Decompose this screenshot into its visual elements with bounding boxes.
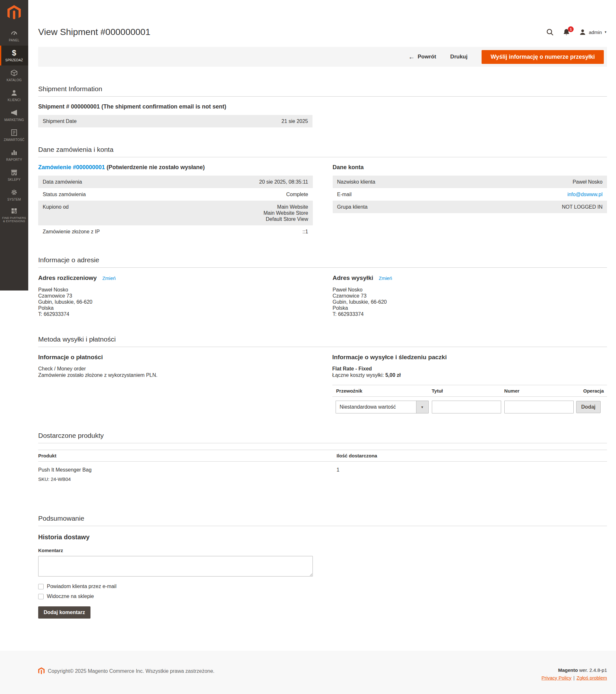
- sidebar-item-label: FIND PARTNERS & EXTENSIONS: [2, 216, 26, 223]
- qty-shipped: 1: [337, 467, 607, 482]
- search-button[interactable]: [546, 28, 554, 36]
- visible-on-storefront-row: Widoczne na sklepie: [38, 593, 607, 599]
- add-tracking-button[interactable]: Dodaj: [576, 401, 601, 413]
- report-issue-link[interactable]: Zgłoś problem: [577, 675, 607, 680]
- order-account-section: Dane zamówienia i konta Zamówienie #0000…: [38, 145, 607, 238]
- notification-badge: 1: [568, 26, 574, 32]
- product-cell: Push It Messenger Bag SKU: 24-WB04: [38, 467, 337, 482]
- row-label: Data zamówienia: [38, 176, 185, 188]
- sidebar-item-zawartosc[interactable]: ZAWARTOŚĆ: [0, 125, 28, 145]
- dashboard-icon: [10, 29, 18, 37]
- order-confirmation-note: (Potwierdzenie nie zostało wysłane): [107, 164, 205, 170]
- address-section: Informacje o adresie Adres rozliczeniowy…: [38, 256, 607, 317]
- version-line: Magento wer. 2.4.8-p1: [542, 668, 607, 673]
- edit-billing-address-link[interactable]: Zmień: [102, 275, 116, 281]
- footer: Copyright© 2025 Magento Commerce Inc. Ws…: [0, 651, 616, 694]
- row-value: ::1: [185, 225, 313, 238]
- notifications-button[interactable]: 1: [562, 28, 571, 36]
- notify-customer-row: Powiadom klienta przez e-mail: [38, 584, 607, 589]
- table-row: Nazwisko klienta Paweł Nosko: [333, 176, 607, 188]
- customer-email-link[interactable]: info@dswww.pl: [567, 191, 602, 197]
- row-value: Main Website Main Website Store Default …: [185, 201, 313, 225]
- order-info-table: Data zamówienia 20 sie 2025, 08:35:11 St…: [38, 176, 313, 238]
- version-text: wer. 2.4.8-p1: [579, 668, 607, 673]
- shipment-history-title: Historia dostawy: [38, 533, 607, 541]
- page-actions-toolbar: ← Powrót Drukuj Wyślij informację o nume…: [38, 47, 607, 67]
- back-arrow-icon: ←: [408, 54, 415, 60]
- row-label: Zamówienie złożone z IP: [38, 225, 185, 238]
- tracking-table: Przewoźnik Tytuł Numer Operacja Niestand…: [332, 385, 607, 414]
- sidebar-item-raporty[interactable]: RAPORTY: [0, 145, 28, 165]
- tracking-table-header: Przewoźnik Tytuł Numer Operacja: [332, 385, 607, 397]
- product-sku: SKU: 24-WB04: [38, 476, 337, 482]
- carrier-select[interactable]: Niestandardowa wartość ▼: [336, 401, 429, 414]
- table-row: Kupiono od Main Website Main Website Sto…: [38, 201, 313, 225]
- sidebar-item-panel[interactable]: PANEL: [0, 26, 28, 45]
- tracking-number-input[interactable]: [504, 401, 574, 414]
- billing-address-title: Adres rozliczeniowy: [38, 274, 97, 281]
- account-info-column: Dane konta Nazwisko klienta Paweł Nosko …: [333, 164, 607, 238]
- table-row: Status zamówienia Complete: [38, 188, 313, 201]
- send-tracking-info-button[interactable]: Wyślij informację o numerze przesyłki: [482, 50, 604, 64]
- row-label: Shipment Date: [38, 115, 188, 127]
- comment-textarea[interactable]: [38, 556, 313, 577]
- sidebar-item-marketing[interactable]: MARKETING: [0, 105, 28, 125]
- payment-info-title: Informacje o płatności: [38, 353, 313, 361]
- visible-on-storefront-checkbox[interactable]: [38, 594, 44, 599]
- links-separator: |: [573, 675, 575, 680]
- row-value: NOT LOGGED IN: [466, 201, 607, 213]
- tracking-input-row: Niestandardowa wartość ▼ Dodaj: [332, 401, 607, 414]
- shipment-information-section: Shipment Information Shipment # 00000000…: [38, 85, 607, 127]
- add-comment-button[interactable]: Dodaj komentarz: [38, 606, 91, 619]
- sidebar-item-find-partners[interactable]: FIND PARTNERS & EXTENSIONS: [0, 205, 28, 225]
- sidebar-item-label: MARKETING: [4, 118, 24, 122]
- payment-info-block: Informacje o płatności Check / Money ord…: [38, 353, 313, 414]
- sidebar-item-label: KATALOG: [6, 78, 21, 82]
- user-icon: [579, 28, 586, 36]
- shipped-items-section: Dostarczone produkty Produkt Ilość dosta…: [38, 432, 607, 482]
- section-title: Dane zamówienia i konta: [38, 145, 607, 157]
- content-icon: [10, 129, 18, 136]
- row-label: Grupa klienta: [333, 201, 466, 213]
- shipping-address-text: Paweł Nosko Czarnowice 73 Gubin, lubuski…: [333, 287, 607, 317]
- brand-name: Magento: [558, 668, 578, 673]
- section-title: Dostarczone produkty: [38, 432, 607, 443]
- product-name: Push It Messenger Bag: [38, 467, 337, 473]
- edit-shipping-address-link[interactable]: Zmień: [379, 275, 392, 281]
- tracking-title-input[interactable]: [432, 401, 501, 414]
- notify-customer-checkbox[interactable]: [38, 584, 44, 589]
- back-button-label: Powrót: [418, 54, 436, 60]
- table-row: Grupa klienta NOT LOGGED IN: [333, 201, 607, 213]
- row-label: Nazwisko klienta: [333, 176, 466, 188]
- sidebar-item-label: RAPORTY: [6, 158, 22, 162]
- row-value: Paweł Nosko: [466, 176, 607, 188]
- back-button[interactable]: ← Powrót: [408, 54, 436, 60]
- privacy-policy-link[interactable]: Privacy Policy: [542, 675, 572, 680]
- shipping-address-title: Adres wysyłki: [333, 274, 373, 281]
- payment-currency-note: Zamówienie zostało złożone z wykorzystan…: [38, 372, 313, 379]
- select-caret-icon: ▼: [416, 401, 428, 413]
- sidebar-item-sprzedaz[interactable]: $ SPRZEDAŻ: [0, 45, 28, 66]
- sidebar-item-sklepy[interactable]: SKLEPY: [0, 165, 28, 185]
- sidebar-item-system[interactable]: SYSTEM: [0, 185, 28, 205]
- billing-address-block: Adres rozliczeniowy Zmień Paweł Nosko Cz…: [38, 274, 313, 317]
- main-area: View Shipment #000000001 1 admin ▼ ←: [0, 0, 616, 651]
- sidebar-item-klienci[interactable]: KLIENCI: [0, 85, 28, 105]
- page-header: View Shipment #000000001 1 admin ▼: [38, 0, 607, 38]
- payment-method: Check / Money order: [38, 366, 313, 372]
- magento-logo[interactable]: [0, 0, 28, 26]
- partners-extensions-icon: [10, 207, 18, 215]
- search-icon: [546, 28, 554, 36]
- order-link[interactable]: Zamówienie #000000001: [38, 164, 105, 170]
- copyright-text: Copyright© 2025 Magento Commerce Inc. Ws…: [48, 668, 214, 674]
- account-info-table: Nazwisko klienta Paweł Nosko E-mail info…: [333, 176, 607, 213]
- chevron-down-icon: ▼: [604, 31, 607, 34]
- shipping-method: Flat Rate - Fixed: [332, 366, 607, 372]
- column-header: Ilość dostarczona: [337, 453, 607, 458]
- admin-user-menu[interactable]: admin ▼: [579, 28, 607, 36]
- table-row: Shipment Date 21 sie 2025: [38, 115, 313, 127]
- payment-shipping-section: Metoda wysyłki i płatności Informacje o …: [38, 335, 607, 414]
- sidebar-item-katalog[interactable]: KATALOG: [0, 66, 28, 85]
- shipment-info-table: Shipment Date 21 sie 2025: [38, 115, 313, 127]
- print-button[interactable]: Drukuj: [450, 54, 467, 60]
